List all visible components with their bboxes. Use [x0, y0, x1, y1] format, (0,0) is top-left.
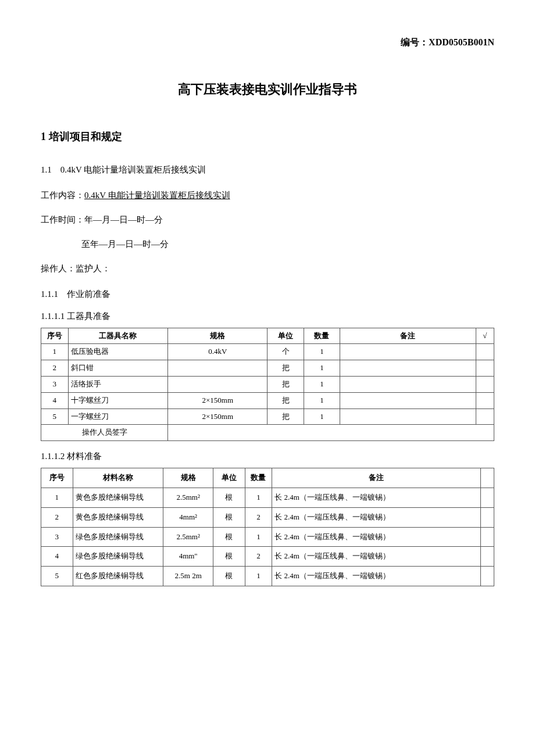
tools-table-signature-row: 操作人员签字: [41, 425, 494, 441]
section-1-1-1-heading: 1.1.1 作业前准备: [41, 287, 494, 301]
cell-remark: 长 2.4m（一端压线鼻、一端镀锡）: [272, 507, 480, 527]
cell-name: 绿色多股绝缘铜导线: [73, 527, 163, 547]
section-1-1-1-1-heading: 1.1.1.1 工器具准备: [41, 309, 494, 323]
th-no: 序号: [41, 328, 69, 344]
cell-spec: 2.5mm²: [163, 527, 213, 547]
table-row: 2黄色多股绝缘铜导线4mm²根2长 2.4m（一端压线鼻、一端镀锡）: [41, 507, 494, 527]
th2-blank: [480, 468, 494, 488]
cell-remark: [340, 360, 476, 377]
table-row: 2斜口钳把1: [41, 360, 494, 377]
doc-id-value: XDD0505B001N: [429, 37, 494, 47]
cell-qty: 1: [304, 392, 340, 409]
cell-no: 4: [41, 547, 73, 567]
cell-unit: 把: [268, 360, 304, 377]
cell-blank: [480, 507, 494, 527]
cell-spec: 4mm": [163, 547, 213, 567]
cell-name: 活络扳手: [68, 376, 167, 392]
cell-unit: 根: [213, 527, 245, 547]
cell-name: 一字螺丝刀: [68, 409, 167, 425]
th-check: √: [476, 328, 494, 344]
cell-spec: 4mm²: [163, 507, 213, 527]
cell-spec: [168, 376, 268, 392]
table-row: 1低压验电器0.4kV个1: [41, 344, 494, 360]
cell-unit: 根: [213, 567, 245, 586]
cell-no: 5: [41, 409, 69, 425]
cell-check: [476, 392, 494, 409]
th-spec: 规格: [168, 328, 268, 344]
th2-qty: 数量: [245, 468, 272, 488]
cell-check: [476, 344, 494, 360]
operator-line: 操作人：监护人：: [41, 261, 494, 275]
doc-id-label: 编号：: [401, 37, 429, 47]
document-title: 高下压装表接电实训作业指导书: [41, 79, 494, 99]
cell-spec: 2.5mm²: [163, 488, 213, 507]
cell-qty: 1: [245, 567, 272, 586]
materials-table: 序号 材料名称 规格 单位 数量 备注 1黄色多股绝缘铜导线2.5mm²根1长 …: [41, 468, 494, 586]
cell-remark: 长 2.4m（一端压线鼻、一端镀锡）: [272, 488, 480, 507]
th-remark: 备注: [340, 328, 476, 344]
th-unit: 单位: [268, 328, 304, 344]
cell-unit: 根: [213, 547, 245, 567]
th2-no: 序号: [41, 468, 73, 488]
cell-unit: 把: [268, 376, 304, 392]
cell-no: 1: [41, 344, 69, 360]
th2-name: 材料名称: [73, 468, 163, 488]
cell-remark: 长 2.4m（一端压线鼻、一端镀锡）: [272, 567, 480, 586]
cell-name: 黄色多股绝缘铜导线: [73, 488, 163, 507]
cell-qty: 1: [245, 488, 272, 507]
table-row: 1黄色多股绝缘铜导线2.5mm²根1长 2.4m（一端压线鼻、一端镀锡）: [41, 488, 494, 507]
cell-remark: [340, 376, 476, 392]
signature-blank: [168, 425, 494, 441]
cell-no: 4: [41, 392, 69, 409]
table-row: 3绿色多股绝缘铜导线2.5mm²根1长 2.4m（一端压线鼻、一端镀锡）: [41, 527, 494, 547]
th-name: 工器具名称: [68, 328, 167, 344]
cell-check: [476, 409, 494, 425]
cell-blank: [480, 547, 494, 567]
cell-name: 斜口钳: [68, 360, 167, 377]
cell-unit: 把: [268, 392, 304, 409]
cell-no: 2: [41, 507, 73, 527]
cell-spec: 2×150mm: [168, 409, 268, 425]
cell-unit: 把: [268, 409, 304, 425]
cell-name: 红色多股绝缘铜导线: [73, 567, 163, 586]
table-row: 4绿色多股绝缘铜导线4mm"根2长 2.4m（一端压线鼻、一端镀锡）: [41, 547, 494, 567]
document-id: 编号：XDD0505B001N: [41, 35, 494, 50]
cell-qty: 1: [304, 376, 340, 392]
cell-name: 绿色多股绝缘铜导线: [73, 547, 163, 567]
section-1-1-heading: 1.1 0.4kV 电能计量培训装置柜后接线实训: [41, 163, 494, 177]
work-content-value: 0.4kV 电能计量培训装置柜后接线实训: [84, 191, 230, 200]
th2-spec: 规格: [163, 468, 213, 488]
cell-spec: 0.4kV: [168, 344, 268, 360]
cell-name: 十字螺丝刀: [68, 392, 167, 409]
cell-qty: 2: [245, 507, 272, 527]
table-row: 3活络扳手把1: [41, 376, 494, 392]
cell-blank: [480, 488, 494, 507]
work-content-line: 工作内容：0.4kV 电能计量培训装置柜后接线实训: [41, 188, 494, 202]
cell-remark: [340, 344, 476, 360]
tools-table: 序号 工器具名称 规格 单位 数量 备注 √ 1低压验电器0.4kV个12斜口钳…: [41, 328, 494, 442]
th-qty: 数量: [304, 328, 340, 344]
cell-remark: [340, 392, 476, 409]
section-1-heading: 1 培训项目和规定: [41, 128, 494, 145]
cell-blank: [480, 527, 494, 547]
table-row: 5一字螺丝刀2×150mm把1: [41, 409, 494, 425]
cell-spec: [168, 360, 268, 377]
cell-qty: 1: [304, 409, 340, 425]
cell-unit: 根: [213, 488, 245, 507]
work-content-label: 工作内容：: [41, 191, 84, 200]
cell-no: 3: [41, 527, 73, 547]
cell-name: 黄色多股绝缘铜导线: [73, 507, 163, 527]
work-time-line-2: 至年—月—日—时—分: [41, 237, 494, 251]
cell-unit: 根: [213, 507, 245, 527]
cell-remark: 长 2.4m（一端压线鼻、一端镀锡）: [272, 547, 480, 567]
cell-no: 2: [41, 360, 69, 377]
tools-table-header-row: 序号 工器具名称 规格 单位 数量 备注 √: [41, 328, 494, 344]
cell-check: [476, 360, 494, 377]
cell-no: 5: [41, 567, 73, 586]
cell-check: [476, 376, 494, 392]
th2-remark: 备注: [272, 468, 480, 488]
cell-unit: 个: [268, 344, 304, 360]
work-time-line-1: 工作时间：年—月—日—时—分: [41, 213, 494, 227]
cell-spec: 2×150mm: [168, 392, 268, 409]
th2-unit: 单位: [213, 468, 245, 488]
